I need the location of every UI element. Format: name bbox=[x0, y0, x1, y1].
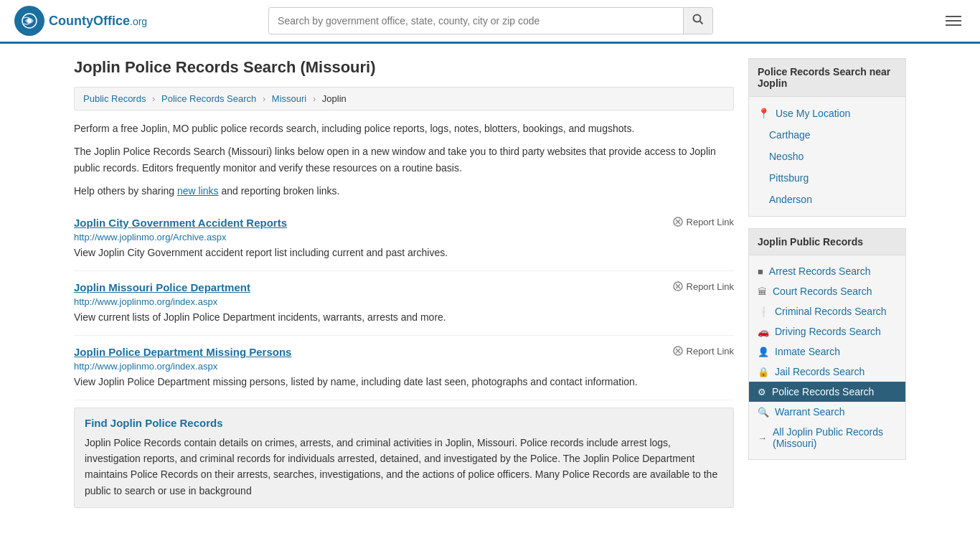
sidebar-link-label-5: Jail Records Search bbox=[775, 366, 864, 377]
logo-text: CountyOffice.org bbox=[49, 14, 147, 29]
report-link-0[interactable]: Report Link bbox=[673, 217, 734, 227]
nearby-location-list: CarthageNeoshoPittsburgAnderson bbox=[749, 124, 905, 210]
sidebar: Police Records Search near Joplin 📍 Use … bbox=[748, 58, 906, 508]
public-records-box: Joplin Public Records ■Arrest Records Se… bbox=[748, 228, 906, 460]
sidebar-public-record-8[interactable]: →All Joplin Public Records (Missouri) bbox=[749, 422, 905, 453]
logo-link[interactable]: CountyOffice.org bbox=[14, 6, 147, 36]
use-my-location-link[interactable]: 📍 Use My Location bbox=[749, 103, 905, 124]
result-url-0[interactable]: http://www.joplinmo.org/Archive.aspx bbox=[74, 232, 734, 242]
search-button[interactable] bbox=[683, 8, 712, 34]
sidebar-link-label-4: Inmate Search bbox=[775, 346, 840, 357]
menu-button[interactable] bbox=[941, 11, 966, 30]
sidebar-icon-2: ❕ bbox=[758, 306, 769, 317]
sidebar-link-label-6: Police Records Search bbox=[772, 386, 874, 397]
page-title: Joplin Police Records Search (Missouri) bbox=[74, 58, 734, 77]
report-link-2[interactable]: Report Link bbox=[673, 346, 734, 357]
sidebar-public-record-3[interactable]: 🚗Driving Records Search bbox=[749, 321, 905, 342]
find-section-desc: Joplin Police Records contain details on… bbox=[85, 435, 723, 499]
breadcrumb-current: Joplin bbox=[322, 93, 347, 104]
result-desc-2: View Joplin Police Department missing pe… bbox=[74, 375, 734, 390]
content-area: Joplin Police Records Search (Missouri) … bbox=[74, 58, 734, 508]
nearby-location-1[interactable]: Neosho bbox=[749, 146, 905, 167]
result-item: Joplin City Government Accident Reports … bbox=[74, 207, 734, 271]
description-3: Help others by sharing new links and rep… bbox=[74, 183, 734, 199]
svg-point-2 bbox=[27, 19, 32, 23]
sidebar-icon-1: 🏛 bbox=[758, 286, 767, 297]
breadcrumb-missouri[interactable]: Missouri bbox=[272, 93, 306, 104]
nearby-links: 📍 Use My Location CarthageNeoshoPittsbur… bbox=[749, 97, 905, 216]
sidebar-icon-0: ■ bbox=[758, 266, 763, 277]
sidebar-icon-3: 🚗 bbox=[758, 326, 769, 337]
sidebar-icon-6: ⚙ bbox=[758, 387, 766, 397]
svg-point-3 bbox=[694, 15, 701, 22]
result-desc-1: View current lists of Joplin Police Depa… bbox=[74, 310, 734, 325]
sidebar-link-label-8: All Joplin Public Records (Missouri) bbox=[773, 426, 897, 449]
nearby-location-0[interactable]: Carthage bbox=[749, 124, 905, 146]
result-title-2[interactable]: Joplin Police Department Missing Persons bbox=[74, 346, 291, 358]
sidebar-link-label-2: Criminal Records Search bbox=[775, 306, 887, 317]
site-header: CountyOffice.org bbox=[0, 0, 980, 44]
result-desc-0: View Joplin City Government accident rep… bbox=[74, 245, 734, 260]
sidebar-link-label-1: Court Records Search bbox=[773, 286, 872, 297]
sidebar-icon-8: → bbox=[758, 433, 767, 443]
sidebar-link-label-3: Driving Records Search bbox=[775, 326, 881, 337]
breadcrumb-police-records[interactable]: Police Records Search bbox=[161, 93, 256, 104]
description-1: Perform a free Joplin, MO public police … bbox=[74, 121, 734, 136]
location-pin-icon: 📍 bbox=[758, 108, 770, 119]
main-layout: Joplin Police Records Search (Missouri) … bbox=[60, 44, 920, 522]
sidebar-public-record-1[interactable]: 🏛Court Records Search bbox=[749, 281, 905, 301]
result-url-1[interactable]: http://www.joplinmo.org/index.aspx bbox=[74, 296, 734, 307]
new-links-link[interactable]: new links bbox=[177, 185, 219, 197]
sidebar-icon-7: 🔍 bbox=[758, 407, 769, 418]
search-bar bbox=[268, 7, 713, 34]
find-section: Find Joplin Police Records Joplin Police… bbox=[74, 408, 734, 509]
public-records-title: Joplin Public Records bbox=[749, 229, 905, 255]
nearby-box: Police Records Search near Joplin 📍 Use … bbox=[748, 58, 906, 217]
sidebar-link-label-7: Warrant Search bbox=[775, 406, 845, 418]
results-list: Joplin City Government Accident Reports … bbox=[74, 207, 734, 400]
result-url-2[interactable]: http://www.joplinmo.org/index.aspx bbox=[74, 361, 734, 372]
nearby-title: Police Records Search near Joplin bbox=[749, 59, 905, 97]
sidebar-public-record-7[interactable]: 🔍Warrant Search bbox=[749, 402, 905, 422]
sidebar-public-record-0[interactable]: ■Arrest Records Search bbox=[749, 261, 905, 281]
sidebar-link-label-0: Arrest Records Search bbox=[769, 265, 871, 277]
breadcrumb: Public Records › Police Records Search ›… bbox=[74, 87, 734, 110]
sidebar-icon-5: 🔒 bbox=[758, 367, 769, 377]
description-2: The Joplin Police Records Search (Missou… bbox=[74, 143, 734, 176]
use-my-location-label: Use My Location bbox=[776, 108, 850, 119]
find-section-title: Find Joplin Police Records bbox=[85, 417, 723, 429]
result-item: Joplin Police Department Missing Persons… bbox=[74, 336, 734, 400]
logo-icon bbox=[14, 6, 44, 36]
nearby-location-3[interactable]: Anderson bbox=[749, 189, 905, 210]
sidebar-icon-4: 👤 bbox=[758, 347, 769, 357]
svg-line-4 bbox=[700, 22, 703, 24]
search-input[interactable] bbox=[269, 9, 683, 32]
result-title-0[interactable]: Joplin City Government Accident Reports bbox=[74, 217, 287, 229]
report-link-1[interactable]: Report Link bbox=[673, 281, 734, 292]
sidebar-public-record-5[interactable]: 🔒Jail Records Search bbox=[749, 362, 905, 382]
sidebar-public-record-2[interactable]: ❕Criminal Records Search bbox=[749, 301, 905, 321]
public-records-links: ■Arrest Records Search🏛Court Records Sea… bbox=[749, 255, 905, 459]
result-title-1[interactable]: Joplin Missouri Police Department bbox=[74, 281, 250, 293]
nearby-location-2[interactable]: Pittsburg bbox=[749, 167, 905, 189]
breadcrumb-public-records[interactable]: Public Records bbox=[83, 93, 146, 104]
result-item: Joplin Missouri Police Department Report… bbox=[74, 271, 734, 336]
sidebar-public-record-6[interactable]: ⚙Police Records Search bbox=[749, 382, 905, 402]
sidebar-public-record-4[interactable]: 👤Inmate Search bbox=[749, 342, 905, 362]
